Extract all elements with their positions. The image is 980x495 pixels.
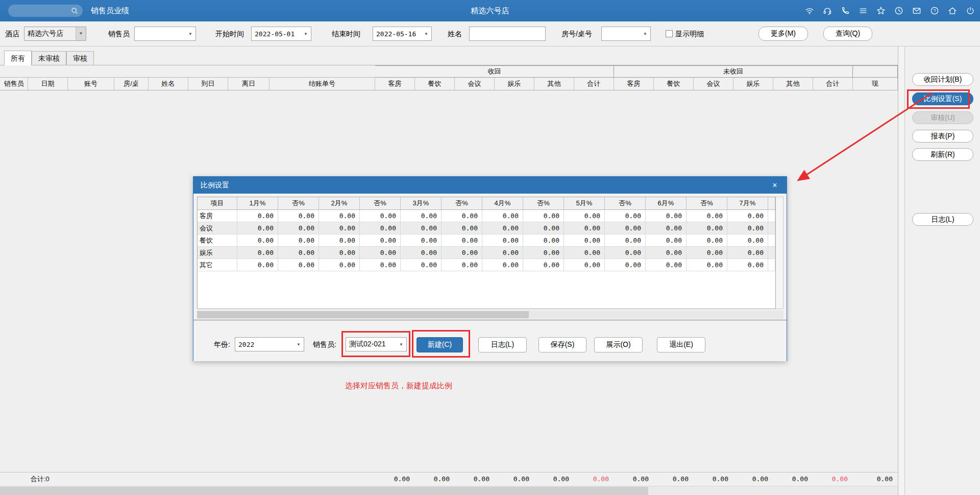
ratio-value-cell[interactable]: 0.00 xyxy=(360,222,401,234)
ratio-value-cell[interactable]: 0.00 xyxy=(278,259,319,271)
hotel-select[interactable]: 精选六号店 ▼ xyxy=(24,27,86,41)
side-button-4[interactable]: 报表(P) xyxy=(912,130,973,143)
salesman-select[interactable]: ▼ xyxy=(134,27,196,41)
ratio-value-cell[interactable]: 0.00 xyxy=(278,210,319,222)
side-button-2[interactable]: 比例设置(S) xyxy=(912,92,973,105)
ratio-value-cell[interactable]: 0.00 xyxy=(523,210,564,222)
column-header-12[interactable]: 娱乐 xyxy=(495,78,534,90)
ratio-value-cell[interactable]: 0.00 xyxy=(319,210,360,222)
ratio-value-cell[interactable]: 0.00 xyxy=(523,234,564,246)
help-icon[interactable]: ? xyxy=(929,5,940,16)
ratio-value-cell[interactable]: 0.00 xyxy=(360,210,401,222)
ratio-value-cell[interactable]: 0.00 xyxy=(401,210,442,222)
ratio-value-cell[interactable]: 0.00 xyxy=(727,222,768,234)
column-header-5[interactable]: 姓名 xyxy=(149,78,188,90)
column-header-3[interactable]: 账号 xyxy=(68,78,114,90)
column-header-16[interactable]: 餐饮 xyxy=(654,78,694,90)
ratio-value-cell[interactable]: 0.00 xyxy=(401,247,442,258)
ratio-value-cell[interactable]: 0.00 xyxy=(482,210,523,222)
ratio-value-cell[interactable]: 0.00 xyxy=(278,222,319,234)
ratio-value-cell[interactable]: 0.00 xyxy=(605,234,646,246)
ratio-value-cell[interactable]: 0.00 xyxy=(564,247,605,258)
ratio-value-cell[interactable]: 0.00 xyxy=(482,247,523,258)
power-icon[interactable] xyxy=(965,5,976,16)
ratio-value-cell[interactable]: 0.00 xyxy=(360,259,401,271)
tab-3[interactable]: 审核 xyxy=(66,51,94,65)
headset-icon[interactable] xyxy=(822,5,833,16)
clock-icon[interactable] xyxy=(893,5,904,16)
dialog-button-1[interactable]: 新建(C) xyxy=(416,337,463,352)
side-button-5[interactable]: 刷新(R) xyxy=(912,148,973,161)
column-header-9[interactable]: 客房 xyxy=(375,78,415,90)
ratio-value-cell[interactable]: 0.00 xyxy=(319,259,360,271)
column-header-11[interactable]: 会议 xyxy=(455,78,495,90)
ratio-value-cell[interactable]: 0.00 xyxy=(401,259,442,271)
column-header-18[interactable]: 娱乐 xyxy=(733,78,773,90)
column-header-20[interactable]: 合计 xyxy=(813,78,853,90)
column-header-14[interactable]: 合计 xyxy=(574,78,614,90)
tab-2[interactable]: 未审核 xyxy=(32,51,66,65)
column-header-15[interactable]: 客房 xyxy=(614,78,654,90)
column-header-8[interactable]: 结账单号 xyxy=(270,78,375,90)
ratio-value-cell[interactable]: 0.00 xyxy=(605,259,646,271)
ratio-value-cell[interactable]: 0.00 xyxy=(687,259,727,271)
close-icon[interactable]: × xyxy=(769,177,780,194)
dialog-button-3[interactable]: 保存(S) xyxy=(538,337,586,352)
dialog-title-bar[interactable]: 比例设置 × xyxy=(193,177,787,194)
ratio-value-cell[interactable]: 0.00 xyxy=(605,210,646,222)
ratio-value-cell[interactable]: 0.00 xyxy=(237,234,278,246)
start-date-picker[interactable]: 2022-05-01 ▼ xyxy=(251,27,311,41)
phone-icon[interactable] xyxy=(840,5,851,16)
scrollbar-thumb[interactable] xyxy=(197,311,529,318)
dialog-horizontal-scrollbar[interactable] xyxy=(197,311,783,319)
ratio-value-cell[interactable]: 0.00 xyxy=(482,222,523,234)
ratio-value-cell[interactable]: 0.00 xyxy=(237,210,278,222)
wifi-icon[interactable] xyxy=(804,5,815,16)
ratio-value-cell[interactable]: 0.00 xyxy=(646,210,687,222)
query-button[interactable]: 查询(Q) xyxy=(823,27,872,41)
ratio-value-cell[interactable]: 0.00 xyxy=(523,259,564,271)
ratio-value-cell[interactable]: 0.00 xyxy=(646,234,687,246)
ratio-value-cell[interactable]: 0.00 xyxy=(727,259,768,271)
ratio-value-cell[interactable]: 0.00 xyxy=(605,222,646,234)
ratio-value-cell[interactable]: 0.00 xyxy=(278,247,319,258)
ratio-value-cell[interactable]: 0.00 xyxy=(482,234,523,246)
ratio-value-cell[interactable]: 0.00 xyxy=(319,247,360,258)
ratio-value-cell[interactable]: 0.00 xyxy=(564,222,605,234)
ratio-value-cell[interactable]: 0.00 xyxy=(482,259,523,271)
ratio-value-cell[interactable]: 0.00 xyxy=(278,234,319,246)
show-detail-checkbox[interactable] xyxy=(666,30,673,37)
ratio-value-cell[interactable]: 0.00 xyxy=(646,259,687,271)
scrollbar-thumb[interactable] xyxy=(0,487,648,495)
column-header-21[interactable]: 现 xyxy=(853,78,898,90)
year-select[interactable]: 2022 ▼ xyxy=(235,337,304,351)
horizontal-scrollbar[interactable] xyxy=(0,486,898,495)
ratio-value-cell[interactable]: 0.00 xyxy=(319,222,360,234)
ratio-value-cell[interactable]: 0.00 xyxy=(442,247,482,258)
ratio-value-cell[interactable]: 0.00 xyxy=(727,247,768,258)
ratio-value-cell[interactable]: 0.00 xyxy=(401,234,442,246)
ratio-value-cell[interactable]: 0.00 xyxy=(564,259,605,271)
ratio-value-cell[interactable]: 0.00 xyxy=(523,247,564,258)
menu-icon[interactable] xyxy=(857,5,869,16)
side-button-1[interactable]: 收回计划(B) xyxy=(912,73,973,86)
dialog-salesman-select[interactable]: 测试02-021 ▼ xyxy=(346,337,407,351)
ratio-value-cell[interactable]: 0.00 xyxy=(605,247,646,258)
vertical-scrollbar[interactable] xyxy=(898,46,905,495)
ratio-value-cell[interactable]: 0.00 xyxy=(687,222,727,234)
name-input[interactable] xyxy=(469,27,546,41)
ratio-value-cell[interactable]: 0.00 xyxy=(727,210,768,222)
column-header-13[interactable]: 其他 xyxy=(534,78,574,90)
ratio-value-cell[interactable]: 0.00 xyxy=(646,222,687,234)
side-button-6[interactable]: 日志(L) xyxy=(912,213,973,226)
ratio-value-cell[interactable]: 0.00 xyxy=(564,210,605,222)
column-header-17[interactable]: 会议 xyxy=(694,78,733,90)
dialog-button-2[interactable]: 日志(L) xyxy=(478,337,527,352)
mail-icon[interactable] xyxy=(911,5,922,16)
dialog-vertical-scrollbar[interactable] xyxy=(776,197,783,309)
column-header-7[interactable]: 离日 xyxy=(228,78,270,90)
more-button[interactable]: 更多(M) xyxy=(758,27,808,41)
end-date-picker[interactable]: 2022-05-16 ▼ xyxy=(373,27,432,41)
ratio-value-cell[interactable]: 0.00 xyxy=(687,210,727,222)
column-header-1[interactable]: 销售员 xyxy=(0,78,28,90)
